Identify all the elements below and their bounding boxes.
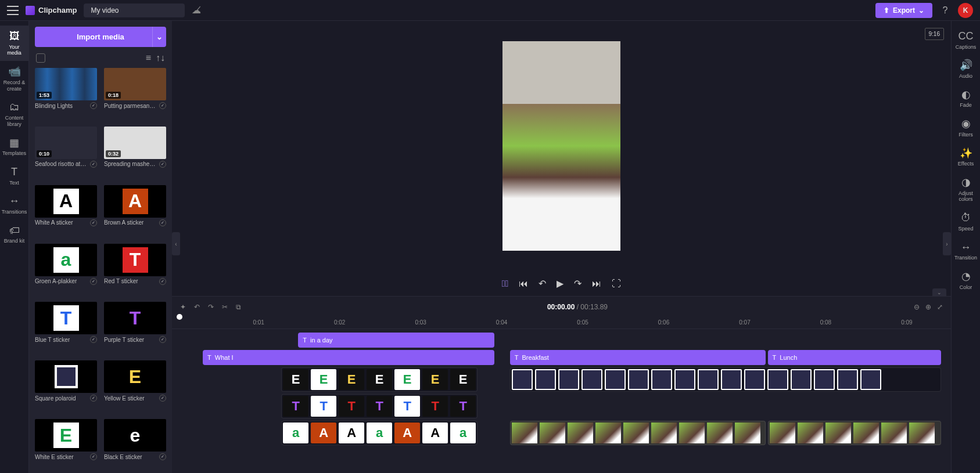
media-thumbnail[interactable]: A: [104, 185, 166, 218]
fullscreen-button[interactable]: ⛶: [612, 279, 621, 289]
media-thumbnail[interactable]: [35, 360, 97, 393]
media-item[interactable]: 0:32Spreading mashed ...✓: [104, 127, 166, 180]
text-clip[interactable]: TBreakfast: [510, 350, 766, 365]
media-thumbnail[interactable]: A: [35, 185, 97, 218]
video-clip[interactable]: [510, 421, 766, 445]
media-item[interactable]: 0:10Seafood risotto at r...✓: [35, 127, 97, 180]
right-rail-speed[interactable]: ⏱Speed: [952, 207, 980, 236]
clip-label: Lunch: [780, 354, 797, 361]
media-item[interactable]: TRed T sticker✓: [104, 244, 166, 298]
media-item[interactable]: Square polaroid✓: [35, 360, 97, 414]
playhead[interactable]: [177, 314, 182, 320]
left-rail-brand-kit[interactable]: 🏷Brand kit: [0, 220, 28, 249]
media-item[interactable]: ABrown A sticker✓: [104, 185, 166, 239]
media-item[interactable]: TPurple T sticker✓: [104, 302, 166, 356]
right-rail-adjust-colors[interactable]: ◑Adjust colors: [952, 172, 980, 207]
video-frame: [881, 423, 907, 443]
skip-start-button[interactable]: ⏮: [519, 279, 528, 289]
media-thumbnail[interactable]: T: [35, 302, 97, 334]
media-item[interactable]: aGroen A-plakker✓: [35, 244, 97, 298]
sticker-frame: T: [311, 396, 336, 417]
left-rail-text[interactable]: TText: [0, 161, 28, 190]
project-title-input[interactable]: [84, 3, 185, 17]
fit-timeline-button[interactable]: ⤢: [937, 303, 943, 311]
right-rail-captions[interactable]: CCCaptions: [952, 26, 980, 55]
timeline-ruler[interactable]: 0:010:020:030:040:050:060:070:080:09: [172, 317, 951, 329]
left-rail-your-media[interactable]: 🖼Your media: [0, 26, 28, 61]
media-item[interactable]: TBlue T sticker✓: [35, 302, 97, 356]
right-rail-audio[interactable]: 🔊Audio: [952, 55, 980, 84]
skip-end-button[interactable]: ⏭: [592, 279, 601, 289]
collapse-left-panel-button[interactable]: ‹: [172, 232, 180, 255]
play-button[interactable]: ▶: [557, 278, 563, 289]
step-forward-button[interactable]: ↷: [574, 278, 581, 289]
tracks[interactable]: Tin a dayTWhat ITBreakfastTLunchEEEEEEET…: [172, 329, 951, 473]
brand[interactable]: Clipchamp: [26, 6, 77, 15]
filter-icon[interactable]: ≡: [146, 53, 151, 63]
video-clip[interactable]: [768, 421, 941, 445]
sticker-clip[interactable]: TTTTTTT: [281, 394, 478, 418]
collapse-right-panel-button[interactable]: ›: [943, 232, 951, 255]
media-thumbnail[interactable]: 0:10: [35, 127, 97, 159]
preview-frame: [502, 41, 620, 251]
duration-badge: 0:32: [106, 150, 121, 157]
media-item[interactable]: EYellow E sticker✓: [104, 360, 166, 414]
media-item[interactable]: AWhite A sticker✓: [35, 185, 97, 239]
polaroid-clip[interactable]: [510, 367, 941, 392]
menu-button[interactable]: [7, 6, 19, 15]
polaroid-frame: [791, 369, 812, 390]
auto-enhance-icon[interactable]: ✦: [180, 303, 186, 311]
text-clip[interactable]: Tin a day: [298, 333, 494, 348]
media-thumbnail[interactable]: E: [104, 360, 166, 393]
media-thumbnail[interactable]: 1:53: [35, 68, 97, 100]
right-rail-filters[interactable]: ◉Filters: [952, 113, 980, 142]
left-rail-transitions[interactable]: ↔Transitions: [0, 190, 28, 219]
text-clip[interactable]: TLunch: [768, 350, 941, 365]
left-rail-templates[interactable]: ▦Templates: [0, 132, 28, 161]
expand-timeline-button[interactable]: ⌄: [932, 288, 946, 297]
sort-icon[interactable]: ↑↓: [156, 53, 165, 63]
step-back-button[interactable]: ↶: [539, 278, 546, 289]
right-rail-effects[interactable]: ✨Effects: [952, 143, 980, 172]
user-avatar[interactable]: K: [958, 3, 973, 18]
ruler-tick: 0:04: [496, 319, 507, 326]
right-rail-color[interactable]: ◔Color: [952, 266, 980, 295]
preview-canvas[interactable]: [502, 41, 620, 251]
redo-button[interactable]: ↷: [208, 303, 214, 311]
right-rail-transition[interactable]: ↔Transition: [952, 237, 980, 266]
sticker-clip[interactable]: EEEEEEE: [281, 367, 478, 392]
split-button[interactable]: ✂: [222, 303, 228, 311]
export-button[interactable]: ⬆ Export ⌄: [875, 3, 932, 18]
media-item[interactable]: 1:53Blinding Lights✓: [35, 68, 97, 122]
select-all-checkbox[interactable]: [36, 53, 45, 63]
ruler-tick: 0:08: [820, 319, 831, 326]
media-thumbnail[interactable]: a: [35, 244, 97, 276]
media-thumbnail[interactable]: E: [35, 419, 97, 452]
zoom-out-button[interactable]: ⊖: [914, 303, 920, 311]
media-item[interactable]: 0:18Putting parmesan c...✓: [104, 68, 166, 122]
media-item[interactable]: eBlack E sticker✓: [104, 419, 166, 473]
media-thumbnail[interactable]: e: [104, 419, 166, 452]
media-thumbnail[interactable]: 0:32: [104, 127, 166, 159]
video-frame: [770, 423, 795, 443]
duplicate-button[interactable]: ⧉: [236, 303, 241, 311]
media-thumbnail[interactable]: T: [104, 244, 166, 276]
left-rail-record-&-create[interactable]: 📹Record & create: [0, 61, 28, 96]
help-button[interactable]: ?: [938, 3, 952, 17]
sticker-clip[interactable]: aAAaAAa: [281, 421, 478, 445]
undo-button[interactable]: ↶: [194, 303, 200, 311]
ai-enhance-button[interactable]: ✦⃠: [502, 279, 509, 289]
media-thumbnail[interactable]: 0:18: [104, 68, 166, 100]
aspect-ratio-badge[interactable]: 9:16: [925, 28, 944, 40]
text-clip[interactable]: TWhat I: [203, 350, 494, 365]
media-item[interactable]: EWhite E sticker✓: [35, 419, 97, 473]
cloud-sync-icon[interactable]: ☁̸: [192, 5, 201, 16]
sticker-frame: E: [283, 369, 308, 390]
import-media-button[interactable]: Import media ⌄: [35, 27, 166, 47]
media-thumbnail[interactable]: T: [104, 302, 166, 334]
left-rail-content-library[interactable]: 🗂Content library: [0, 96, 28, 132]
import-dropdown[interactable]: ⌄: [152, 27, 166, 47]
media-name: White A sticker: [35, 219, 73, 226]
right-rail-fade[interactable]: ◐Fade: [952, 84, 980, 113]
zoom-in-button[interactable]: ⊕: [925, 303, 931, 311]
